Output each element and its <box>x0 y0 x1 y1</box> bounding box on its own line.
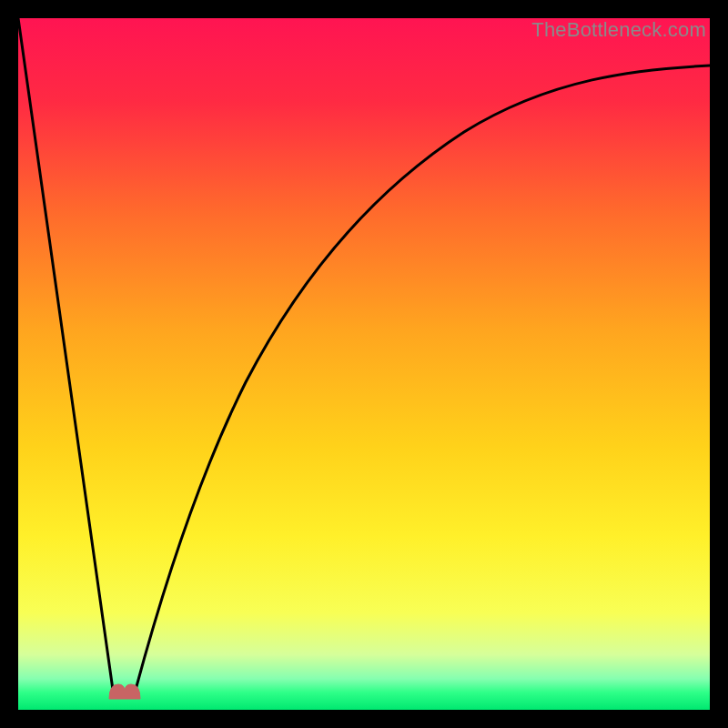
gradient-background <box>18 18 710 710</box>
bottleneck-chart <box>18 18 710 710</box>
watermark-text: TheBottleneck.com <box>531 18 706 42</box>
chart-frame: TheBottleneck.com <box>18 18 710 710</box>
